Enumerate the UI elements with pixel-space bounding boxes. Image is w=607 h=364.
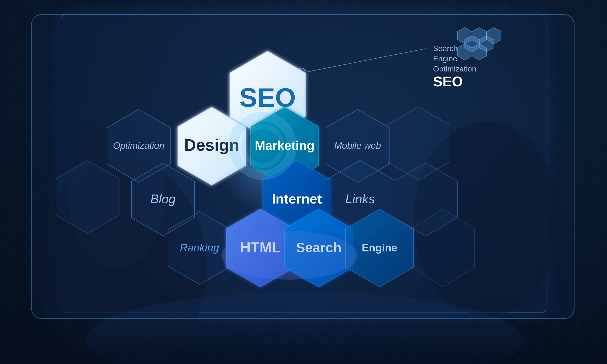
svg-text:Blog: Blog: [150, 192, 176, 206]
scene: Search Engine Optimization SEO: [0, 0, 607, 364]
svg-text:Search: Search: [433, 44, 458, 53]
svg-text:Engine: Engine: [362, 242, 397, 254]
svg-text:Mobile web: Mobile web: [334, 141, 381, 151]
svg-text:Links: Links: [345, 192, 375, 206]
svg-text:SEO: SEO: [433, 73, 463, 89]
svg-rect-57: [0, 316, 607, 364]
svg-text:Internet: Internet: [272, 191, 322, 207]
svg-point-56: [221, 231, 358, 280]
svg-text:Engine: Engine: [433, 54, 457, 63]
hex-grid-svg: Search Engine Optimization SEO: [0, 0, 607, 364]
svg-text:Optimization: Optimization: [113, 141, 164, 151]
svg-text:Marketing: Marketing: [255, 138, 315, 153]
svg-text:SEO: SEO: [239, 82, 296, 112]
svg-text:Ranking: Ranking: [180, 242, 219, 254]
svg-text:Optimization: Optimization: [433, 65, 476, 73]
